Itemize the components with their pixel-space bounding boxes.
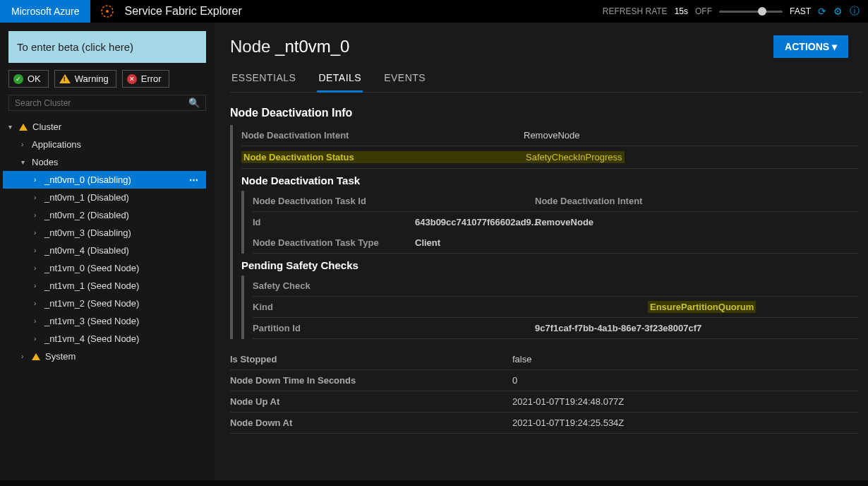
deactivation-info-heading: Node Deactivation Info — [230, 107, 858, 119]
tree-node-item[interactable]: ›_nt1vm_1 (Seed Node) — [3, 277, 206, 295]
svg-point-1 — [106, 10, 109, 13]
task-col-intent: Node Deactivation Intent — [535, 196, 642, 206]
task-id-value: 643b09cc741077f66602ad9... — [415, 212, 535, 232]
tab-essentials[interactable]: ESSENTIALS — [230, 69, 297, 92]
refresh-off-label: OFF — [695, 6, 712, 16]
deact-intent-value: RemoveNode — [524, 130, 580, 141]
refresh-fast-label: FAST — [790, 6, 811, 16]
page-title: Node _nt0vm_0 — [230, 37, 349, 57]
tree-node-item[interactable]: ›_nt0vm_4 (Disabled) — [3, 242, 206, 259]
filter-ok-button[interactable]: ✓OK — [8, 70, 49, 88]
downtime-label: Node Down Time In Seconds — [230, 375, 512, 386]
task-type-value: Client — [415, 232, 535, 253]
nav-tree: ▾Cluster ›Applications ▾Nodes ›_nt0vm_0 … — [3, 118, 206, 480]
safety-kind-value: EnsurePartitionQuorum — [648, 301, 756, 313]
azure-brand[interactable]: Microsoft Azure — [0, 0, 90, 23]
sidebar: To enter beta (click here) ✓OK Warning ✕… — [0, 23, 215, 480]
tree-node-item[interactable]: ›_nt1vm_4 (Seed Node) — [3, 330, 206, 348]
deact-status-value: SafetyCheckInProgress — [524, 151, 625, 163]
node-up-at-value: 2021-01-07T19:24:48.077Z — [512, 396, 624, 407]
more-icon[interactable]: ⋯ — [189, 174, 203, 185]
task-col-id: Node Deactivation Task Id — [253, 196, 535, 206]
search-cluster[interactable]: 🔍 — [8, 95, 206, 111]
is-stopped-value: false — [512, 354, 531, 364]
is-stopped-label: Is Stopped — [230, 354, 512, 364]
safety-partition-label: Partition Id — [253, 323, 535, 333]
refresh-rate-value: 15s — [675, 6, 688, 16]
downtime-value: 0 — [512, 375, 517, 386]
product-title: Service Fabric Explorer — [124, 5, 241, 18]
tab-details[interactable]: DETAILS — [317, 69, 363, 93]
safety-heading: Pending Safety Checks — [241, 259, 858, 271]
tree-node-item[interactable]: ›_nt0vm_1 (Disabled) — [3, 189, 206, 206]
chevron-down-icon: ▾ — [832, 41, 837, 52]
tree-node-item[interactable]: ›_nt1vm_3 (Seed Node) — [3, 312, 206, 330]
tree-system[interactable]: ›System — [3, 348, 206, 365]
actions-button[interactable]: ACTIONS ▾ — [773, 35, 848, 58]
task-intent-value: RemoveNode — [535, 212, 858, 232]
search-icon[interactable]: 🔍 — [188, 97, 200, 108]
tree-node-item[interactable]: ›_nt1vm_2 (Seed Node) — [3, 295, 206, 312]
tree-applications[interactable]: ›Applications — [3, 136, 206, 153]
task-type-label: Node Deactivation Task Type — [253, 232, 415, 253]
beta-banner[interactable]: To enter beta (click here) — [8, 31, 206, 63]
filter-error-button[interactable]: ✕Error — [122, 70, 169, 88]
task-id-label: Id — [253, 212, 415, 232]
tree-node-item[interactable]: ›_nt0vm_2 (Disabled) — [3, 206, 206, 224]
tree-nodes[interactable]: ▾Nodes — [3, 153, 206, 171]
tabs: ESSENTIALS DETAILS EVENTS — [230, 69, 862, 93]
main-panel: Node _nt0vm_0 ACTIONS ▾ ESSENTIALS DETAI… — [215, 23, 868, 480]
sf-logo-icon — [96, 0, 119, 23]
tree-cluster[interactable]: ▾Cluster — [3, 118, 206, 136]
refresh-slider[interactable] — [719, 11, 783, 13]
safety-check-label: Safety Check — [253, 280, 535, 291]
safety-partition-value: 9c7f1caf-f7bb-4a1b-86e7-3f23e8007cf7 — [535, 323, 701, 333]
tab-events[interactable]: EVENTS — [382, 69, 427, 92]
node-down-at-label: Node Down At — [230, 417, 512, 428]
deact-status-label: Node Deactivation Status — [241, 151, 524, 163]
gear-icon[interactable]: ⚙ — [833, 6, 843, 17]
deact-task-heading: Node Deactivation Task — [241, 174, 858, 186]
node-down-at-value: 2021-01-07T19:24:25.534Z — [512, 417, 624, 428]
refresh-icon[interactable]: ⟳ — [818, 6, 826, 17]
safety-kind-label: Kind — [253, 302, 648, 312]
details-scroll[interactable]: Node Deactivation Info Node Deactivation… — [230, 102, 862, 470]
search-input[interactable] — [15, 98, 188, 108]
refresh-rate-label: REFRESH RATE — [603, 6, 668, 16]
filter-warning-button[interactable]: Warning — [54, 70, 116, 88]
tree-node-item[interactable]: ›_nt0vm_0 (Disabling)⋯ — [3, 171, 206, 189]
tree-node-item[interactable]: ›_nt1vm_0 (Seed Node) — [3, 259, 206, 277]
topbar: Microsoft Azure Service Fabric Explorer … — [0, 0, 868, 23]
footer-bar — [0, 480, 868, 486]
tree-node-item[interactable]: ›_nt0vm_3 (Disabling) — [3, 224, 206, 242]
info-icon[interactable]: ⓘ — [850, 5, 860, 18]
deact-intent-label: Node Deactivation Intent — [241, 130, 524, 141]
node-up-at-label: Node Up At — [230, 396, 512, 407]
warning-icon — [19, 124, 28, 131]
warning-icon — [32, 353, 40, 360]
